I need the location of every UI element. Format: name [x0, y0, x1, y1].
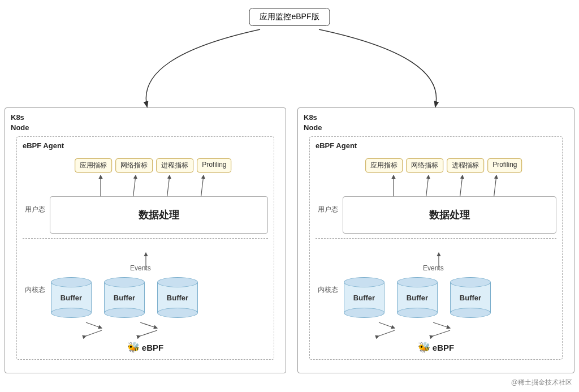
svg-line-16 [433, 322, 450, 328]
events-label-left: Events [130, 264, 151, 272]
svg-line-12 [494, 175, 496, 199]
kernel-label-right: 内核态 [318, 285, 338, 295]
buffers-row-right: Buffer Buffer Buffer [344, 277, 556, 318]
svg-line-14 [379, 322, 395, 328]
tag-app-metrics-left: 应用指标 [75, 158, 112, 173]
ebpf-agent-left-label: eBPF Agent [23, 141, 64, 150]
svg-line-1 [133, 175, 136, 199]
k8s-node-left: K8sNode eBPF Agent 应用指标 网络指标 进程指标 Profil… [5, 107, 286, 373]
kernel-label-left: 内核态 [25, 285, 45, 295]
buffer-1-left: Buffer [51, 277, 92, 318]
top-box: 应用监控eBPF版 [249, 8, 330, 26]
kernel-space-right: 内核态 Buffer Buffer Buffer [316, 273, 556, 318]
svg-line-8 [140, 330, 157, 336]
svg-line-10 [426, 175, 429, 199]
tag-profiling-left: Profiling [197, 158, 231, 173]
tag-proc-metrics-left: 进程指标 [156, 158, 193, 173]
tag-net-metrics-right: 网络指标 [406, 158, 443, 173]
tag-net-metrics-left: 网络指标 [115, 158, 153, 173]
svg-line-5 [86, 322, 102, 328]
watermark: @稀土掘金技术社区 [511, 378, 572, 387]
svg-line-17 [433, 330, 450, 336]
ebpf-agent-right: eBPF Agent 应用指标 网络指标 进程指标 Profiling [309, 136, 563, 360]
svg-line-2 [167, 175, 170, 199]
ebpf-bottom-left: 🐝 eBPF [127, 341, 163, 354]
k8s-node-left-label: K8sNode [11, 113, 29, 133]
k8s-node-right-label: K8sNode [304, 113, 322, 133]
tag-proc-metrics-right: 进程指标 [447, 158, 484, 173]
buffer-1-right: Buffer [344, 277, 384, 318]
svg-line-6 [86, 330, 102, 336]
user-space-label-left: 用户态 [25, 205, 45, 214]
user-space-label-right: 用户态 [318, 205, 338, 214]
buffer-2-left: Buffer [104, 277, 145, 318]
svg-line-11 [460, 175, 463, 199]
tag-app-metrics-right: 应用指标 [365, 158, 403, 173]
metric-tags-right: 应用指标 网络指标 进程指标 Profiling [365, 158, 522, 173]
ebpf-agent-left: eBPF Agent 应用指标 网络指标 进程指标 Profiling [16, 136, 274, 360]
k8s-node-right: K8sNode eBPF Agent 应用指标 网络指标 进程指标 Profil… [297, 107, 574, 373]
user-space-left: 用户态 数据处理 [23, 196, 268, 239]
svg-line-15 [379, 330, 395, 336]
buffer-2-right: Buffer [397, 277, 438, 318]
data-processing-right: 数据处理 [343, 196, 556, 234]
diagram-container: 应用监控eBPF版 K8sNode eBPF Agent 应用指标 网络指标 进… [0, 0, 579, 392]
buffer-3-left: Buffer [157, 277, 198, 318]
ebpf-agent-right-label: eBPF Agent [316, 141, 357, 150]
ebpf-bottom-right: 🐝 eBPF [418, 341, 454, 354]
events-label-right: Events [423, 264, 444, 272]
svg-line-3 [201, 175, 204, 199]
bee-icon-left: 🐝 [127, 341, 140, 354]
ebpf-label-right: eBPF [433, 343, 454, 352]
bee-icon-right: 🐝 [418, 341, 430, 354]
data-processing-left: 数据处理 [50, 196, 268, 234]
metric-tags-left: 应用指标 网络指标 进程指标 Profiling [75, 158, 231, 173]
buffer-3-right: Buffer [450, 277, 491, 318]
user-space-right: 用户态 数据处理 [316, 196, 556, 239]
buffers-row-left: Buffer Buffer Buffer [51, 277, 268, 318]
top-label: 应用监控eBPF版 [260, 12, 319, 21]
kernel-space-left: 内核态 Buffer Buffer [23, 273, 268, 318]
ebpf-label-left: eBPF [142, 343, 163, 352]
svg-line-7 [140, 322, 157, 328]
tag-profiling-right: Profiling [487, 158, 522, 173]
